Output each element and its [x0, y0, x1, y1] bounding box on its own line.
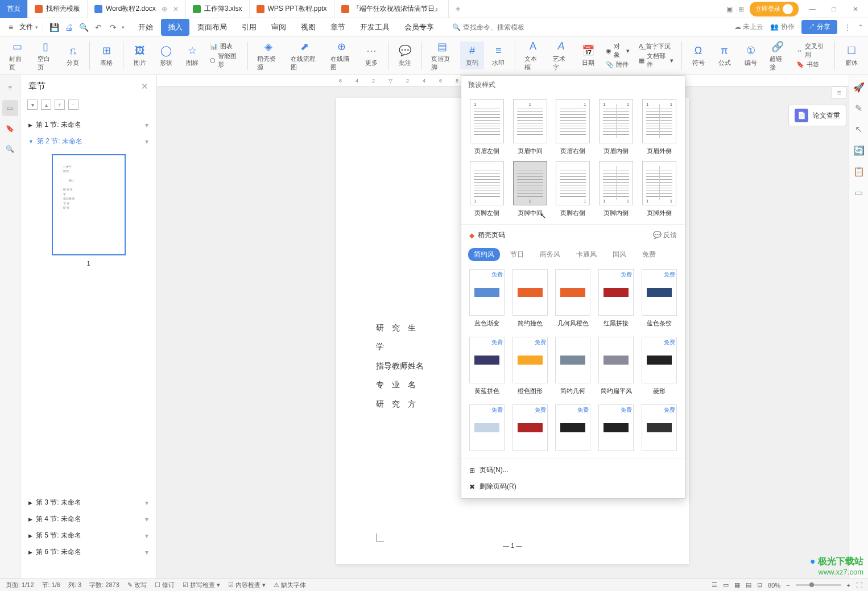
preset-item[interactable]: 1页眉右侧: [555, 99, 592, 155]
paper-check-button[interactable]: 📄 论文查重: [788, 105, 846, 126]
mindmap-button[interactable]: ⊕在线脑图: [326, 38, 357, 74]
contentcheck-button[interactable]: ☑ 内容检查 ▾: [228, 581, 266, 589]
bookmark-button[interactable]: 🔖 书签: [796, 60, 826, 69]
login-button[interactable]: 立即登录: [750, 2, 799, 16]
tab-reference[interactable]: 引用: [235, 19, 263, 36]
view-outline-icon[interactable]: ▤: [746, 581, 751, 589]
search-box[interactable]: 🔍: [452, 23, 543, 31]
preview-icon[interactable]: 🔍: [77, 21, 90, 34]
tab-review[interactable]: 审阅: [264, 19, 293, 36]
tab-excel[interactable]: 工作簿3.xlsx: [186, 0, 250, 18]
print-icon[interactable]: 🖨: [63, 21, 75, 34]
chapter-item[interactable]: ▶第 5 节: 未命名▾: [20, 527, 156, 544]
search-input[interactable]: [463, 23, 543, 31]
word-count[interactable]: 字数: 2873: [89, 581, 119, 589]
page-number-button[interactable]: #页码: [460, 42, 484, 69]
numbering-button[interactable]: ①编号: [739, 42, 763, 69]
attachment-button[interactable]: 📎 附件: [606, 60, 629, 69]
page-thumbnail[interactable]: 分类号UDC 硕士研 究 生学指导教师专 业研 究: [52, 154, 126, 255]
rocket-icon[interactable]: 🚀: [853, 82, 865, 93]
revision-button[interactable]: ☐ 修订: [155, 581, 175, 589]
comment-button[interactable]: 💬批注: [393, 42, 417, 69]
delete-page-number[interactable]: ✖删除页码(R): [461, 478, 685, 495]
layout-icon[interactable]: ▣: [726, 5, 733, 13]
clipboard-icon[interactable]: 📋: [853, 166, 865, 177]
watermark-button[interactable]: ≡水印: [486, 42, 510, 69]
smartart-button[interactable]: ⬡ 智能图形: [210, 52, 239, 69]
collapse-ribbon-icon[interactable]: ⌃: [858, 23, 863, 31]
panel-icon[interactable]: ▭: [854, 187, 863, 198]
formula-button[interactable]: π公式: [713, 42, 737, 69]
zoom-slider[interactable]: [796, 584, 841, 586]
template-item[interactable]: 免费: [511, 404, 549, 451]
chart-button[interactable]: 📊 图表: [210, 42, 239, 51]
spellcheck-button[interactable]: ☑ 拼写检查 ▾: [183, 581, 220, 589]
symbol-button[interactable]: Ω符号: [687, 42, 710, 69]
bookmark-icon[interactable]: 🔖: [2, 121, 18, 137]
shape-button[interactable]: ◯形状: [154, 42, 178, 69]
preset-item[interactable]: 1页脚中间: [511, 161, 549, 217]
chapter-item[interactable]: ▶第 3 节: 未命名▾: [20, 494, 156, 511]
close-panel-icon[interactable]: ✕: [141, 81, 148, 92]
chapter-item[interactable]: ▼第 2 节: 未命名▾: [20, 133, 156, 150]
column-info[interactable]: 列: 3: [68, 581, 81, 589]
date-button[interactable]: 📅日期: [576, 42, 600, 69]
template-item[interactable]: 免费: [597, 404, 635, 451]
redo-icon[interactable]: ↷: [107, 21, 119, 34]
zoom-out-icon[interactable]: −: [786, 582, 790, 589]
new-tab-button[interactable]: +: [449, 4, 468, 14]
filter-tag[interactable]: 免费: [636, 248, 662, 261]
template-item[interactable]: 几何风橙色: [555, 269, 592, 328]
template-item[interactable]: 免费蓝色条纹: [640, 269, 678, 328]
tab-ppt1[interactable]: WPS PPT教程.pptx: [250, 0, 334, 18]
template-item[interactable]: 免费: [468, 404, 506, 451]
template-item[interactable]: 免费: [640, 404, 678, 451]
section-info[interactable]: 节: 1/6: [42, 581, 60, 589]
table-button[interactable]: ⊞表格: [94, 42, 118, 69]
undo-icon[interactable]: ↶: [92, 21, 105, 34]
template-item[interactable]: 免费橙色图形: [511, 337, 549, 395]
zoom-fit-icon[interactable]: ⊡: [757, 581, 762, 589]
minimize-button[interactable]: —: [804, 1, 820, 17]
chapter-item[interactable]: ▶第 6 节: 未命名▾: [20, 544, 156, 560]
maximize-button[interactable]: □: [826, 1, 842, 17]
preset-item[interactable]: 11页眉外侧: [640, 99, 678, 155]
feedback-button[interactable]: 💬 反馈: [653, 230, 677, 240]
template-item[interactable]: 简约扁平风: [597, 337, 635, 395]
more-icon[interactable]: ⋮: [844, 23, 851, 31]
view-mode-icon[interactable]: ☰: [712, 581, 717, 589]
wordart-button[interactable]: A艺术字: [548, 38, 574, 74]
expand-all-icon[interactable]: ▾: [27, 100, 38, 110]
share-button[interactable]: ↗ 分享: [801, 20, 837, 34]
find-icon[interactable]: 🔍: [2, 141, 18, 157]
tab-member[interactable]: 会员专享: [398, 19, 441, 36]
fullscreen-icon[interactable]: ⛶: [856, 582, 862, 589]
cloud-status[interactable]: ☁ 未上云: [734, 22, 763, 32]
outline-icon[interactable]: ≡: [2, 80, 18, 96]
preset-item[interactable]: 11页脚外侧: [640, 161, 678, 217]
page-number-settings[interactable]: ⊞页码(N)...: [461, 462, 685, 478]
preset-item[interactable]: 1页眉中间: [511, 99, 549, 155]
template-item[interactable]: 免费菱形: [640, 337, 678, 395]
apps-icon[interactable]: ⊞: [738, 5, 744, 13]
hyperlink-button[interactable]: 🔗超链接: [765, 38, 791, 74]
translate-icon[interactable]: 🔄: [853, 145, 865, 156]
tab-word-doc[interactable]: Word教程2.docx⊕✕: [88, 0, 186, 18]
template-item[interactable]: 免费红黑拼接: [597, 269, 635, 328]
cover-page-button[interactable]: ▭封面页: [5, 38, 31, 74]
textbox-button[interactable]: A文本框: [520, 38, 546, 74]
tab-insert[interactable]: 插入: [161, 19, 189, 36]
icons-button[interactable]: ☆图标: [180, 42, 204, 69]
template-item[interactable]: 简约几何: [555, 337, 592, 395]
blank-page-button[interactable]: ▯空白页: [33, 38, 59, 74]
page-info[interactable]: 页面: 1/12: [6, 581, 34, 589]
view-page-icon[interactable]: ▭: [723, 581, 729, 589]
collapse-toolbox-icon[interactable]: ≡: [832, 86, 846, 99]
flowchart-button[interactable]: ⬈在线流程图: [286, 38, 323, 74]
preset-item[interactable]: 1页脚右侧: [555, 161, 592, 217]
filter-tag[interactable]: 国风: [607, 248, 632, 261]
close-button[interactable]: ✕: [848, 1, 863, 17]
tab-templates[interactable]: 找稻壳模板: [28, 0, 88, 18]
docparts-button[interactable]: ▦ 文档部件 ▾: [639, 52, 673, 69]
tab-layout[interactable]: 页面布局: [191, 19, 234, 36]
